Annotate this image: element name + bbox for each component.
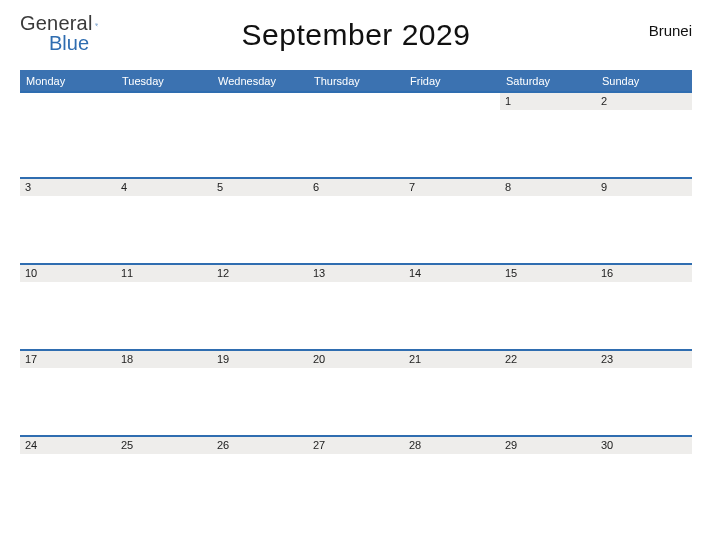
day-cell: 1	[500, 93, 596, 177]
day-cell: 16	[596, 265, 692, 349]
day-body	[596, 282, 692, 349]
day-cell: 22	[500, 351, 596, 435]
day-body	[20, 454, 116, 521]
week-row: 17181920212223	[20, 349, 692, 435]
day-cell	[308, 93, 404, 177]
day-body	[212, 454, 308, 521]
day-number: 22	[500, 351, 596, 368]
brand-word2: Blue	[49, 32, 89, 55]
day-number: 15	[500, 265, 596, 282]
day-number: 13	[308, 265, 404, 282]
day-body	[308, 454, 404, 521]
day-body	[212, 368, 308, 435]
day-cell: 21	[404, 351, 500, 435]
day-number: 2	[596, 93, 692, 110]
day-body	[596, 368, 692, 435]
week-row: 3456789	[20, 177, 692, 263]
day-cell: 23	[596, 351, 692, 435]
day-body	[404, 454, 500, 521]
week-row: 12	[20, 91, 692, 177]
day-body	[500, 368, 596, 435]
day-body	[500, 282, 596, 349]
day-body	[308, 282, 404, 349]
day-cell: 19	[212, 351, 308, 435]
header: General Blue September 2029 Brunei	[20, 12, 692, 66]
day-number: 12	[212, 265, 308, 282]
day-number: 21	[404, 351, 500, 368]
day-number: 5	[212, 179, 308, 196]
day-body	[404, 110, 500, 177]
day-number: 8	[500, 179, 596, 196]
day-body	[116, 196, 212, 263]
day-cell: 7	[404, 179, 500, 263]
brand-swoosh-icon	[95, 16, 98, 34]
day-body	[20, 110, 116, 177]
day-cell: 8	[500, 179, 596, 263]
day-cell: 14	[404, 265, 500, 349]
day-body	[212, 196, 308, 263]
weekday-label: Thursday	[308, 71, 404, 91]
day-cell: 10	[20, 265, 116, 349]
day-cell: 28	[404, 437, 500, 521]
day-cell	[212, 93, 308, 177]
day-body	[20, 368, 116, 435]
day-number: 25	[116, 437, 212, 454]
day-cell: 20	[308, 351, 404, 435]
weekday-label: Tuesday	[116, 71, 212, 91]
day-body	[404, 282, 500, 349]
week-row: 10111213141516	[20, 263, 692, 349]
day-number	[308, 93, 404, 110]
day-number: 14	[404, 265, 500, 282]
day-cell	[404, 93, 500, 177]
day-body	[308, 368, 404, 435]
weekday-label: Wednesday	[212, 71, 308, 91]
day-number	[404, 93, 500, 110]
week-row: 24252627282930	[20, 435, 692, 521]
day-body	[116, 282, 212, 349]
day-cell: 15	[500, 265, 596, 349]
weekday-label: Sunday	[596, 71, 692, 91]
day-cell: 9	[596, 179, 692, 263]
day-body	[116, 454, 212, 521]
day-number: 9	[596, 179, 692, 196]
day-body	[20, 282, 116, 349]
day-number: 3	[20, 179, 116, 196]
day-body	[404, 196, 500, 263]
day-number: 19	[212, 351, 308, 368]
day-number: 20	[308, 351, 404, 368]
day-number: 4	[116, 179, 212, 196]
day-cell: 26	[212, 437, 308, 521]
day-body	[596, 454, 692, 521]
day-number: 30	[596, 437, 692, 454]
weekday-label: Saturday	[500, 71, 596, 91]
day-body	[500, 454, 596, 521]
day-cell: 18	[116, 351, 212, 435]
day-body	[116, 368, 212, 435]
day-cell: 6	[308, 179, 404, 263]
day-cell: 30	[596, 437, 692, 521]
day-body	[500, 110, 596, 177]
day-cell: 12	[212, 265, 308, 349]
day-number	[212, 93, 308, 110]
day-cell	[20, 93, 116, 177]
day-number	[116, 93, 212, 110]
day-cell: 24	[20, 437, 116, 521]
day-number: 17	[20, 351, 116, 368]
day-number: 23	[596, 351, 692, 368]
day-number: 27	[308, 437, 404, 454]
day-body	[212, 282, 308, 349]
brand-word2-wrap: Blue	[48, 32, 89, 55]
weekday-label: Friday	[404, 71, 500, 91]
day-cell: 17	[20, 351, 116, 435]
day-cell: 11	[116, 265, 212, 349]
calendar: Monday Tuesday Wednesday Thursday Friday…	[20, 70, 692, 521]
day-body	[212, 110, 308, 177]
day-body	[308, 196, 404, 263]
day-cell: 2	[596, 93, 692, 177]
day-cell: 3	[20, 179, 116, 263]
day-number: 7	[404, 179, 500, 196]
day-body	[20, 196, 116, 263]
weekday-header: Monday Tuesday Wednesday Thursday Friday…	[20, 70, 692, 91]
day-number: 1	[500, 93, 596, 110]
day-body	[596, 196, 692, 263]
